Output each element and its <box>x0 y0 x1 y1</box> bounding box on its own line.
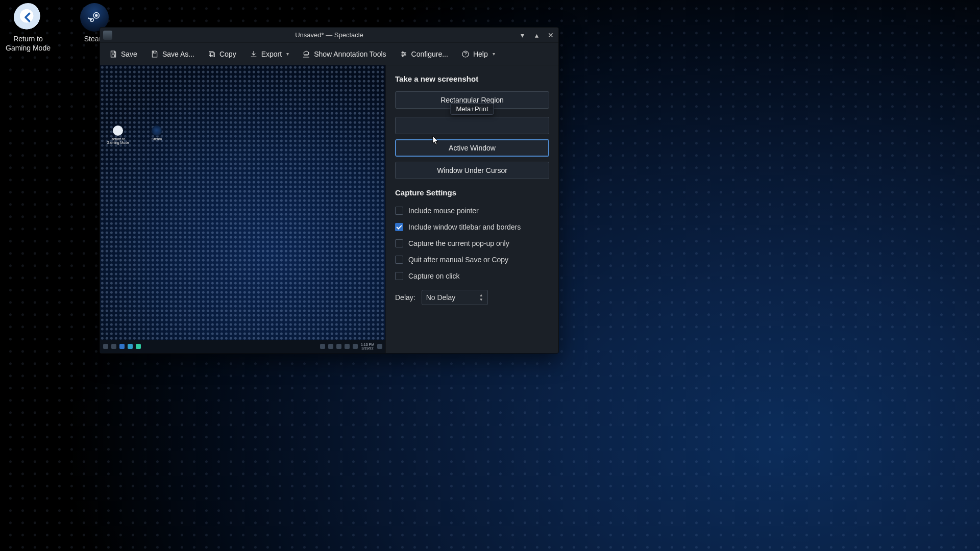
maximize-button[interactable]: ▴ <box>531 30 542 41</box>
export-button[interactable]: Export ▾ <box>243 47 295 61</box>
titlebar[interactable]: Unsaved* — Spectacle ▾ ▴ ✕ <box>100 28 558 43</box>
capture-panel: Take a new screenshot Rectangular Region… <box>386 65 558 353</box>
annotation-icon <box>302 50 310 58</box>
annotation-label: Show Annotation Tools <box>314 50 386 58</box>
taskbar-app-icon <box>119 344 125 349</box>
taskbar-launcher-icon <box>103 344 108 349</box>
window-title: Unsaved* — Spectacle <box>295 31 363 39</box>
mode-window-under-cursor[interactable]: Window Under Cursor <box>395 162 549 179</box>
check-quit-after-save[interactable]: Quit after manual Save or Copy <box>395 254 549 265</box>
delay-spinbox[interactable]: No Delay ▲▼ <box>422 290 488 305</box>
checkbox-label: Include window titlebar and borders <box>408 223 521 231</box>
copy-label: Copy <box>219 50 236 58</box>
check-include-pointer[interactable]: Include mouse pointer <box>395 205 549 216</box>
return-icon <box>14 3 42 32</box>
taskbar-app-icon <box>111 344 116 349</box>
copy-icon <box>208 50 216 58</box>
export-label: Export <box>261 50 282 58</box>
check-capture-on-click[interactable]: Capture on click <box>395 270 549 282</box>
preview-mini-label: Return toGaming Mode <box>107 137 129 144</box>
desktop-icon-return-gaming-mode[interactable]: Return toGaming Mode <box>0 3 56 53</box>
mode-active-window[interactable]: Active Window <box>395 139 549 157</box>
chevron-down-icon: ▾ <box>286 51 289 57</box>
screenshot-preview: Return toGaming Mode Steam <box>100 65 386 353</box>
return-icon <box>113 126 123 136</box>
tray-icon <box>320 344 325 349</box>
tray-icon <box>328 344 333 349</box>
export-icon <box>250 50 258 58</box>
preview-mini-icon: Steam <box>145 126 168 144</box>
tray-icon <box>377 344 382 349</box>
save-icon <box>109 50 117 58</box>
check-include-titlebar[interactable]: Include window titlebar and borders <box>395 221 549 233</box>
save-as-button[interactable]: Save As... <box>144 47 201 61</box>
steam-icon <box>152 126 162 136</box>
configure-label: Configure... <box>411 50 448 58</box>
mode-full-screen[interactable]: Meta+Print <box>395 117 549 134</box>
checkbox-icon <box>395 207 403 215</box>
toolbar: Save Save As... Copy Export ▾ Show Annot… <box>100 43 558 65</box>
section-heading-settings: Capture Settings <box>395 188 549 197</box>
preview-mini-label: Steam <box>152 137 162 141</box>
checkbox-label: Quit after manual Save or Copy <box>408 256 508 264</box>
configure-icon <box>400 50 408 58</box>
help-label: Help <box>473 50 488 58</box>
save-as-label: Save As... <box>162 50 194 58</box>
checkbox-icon <box>395 239 403 247</box>
app-icon <box>103 31 112 40</box>
section-heading-modes: Take a new screenshot <box>395 74 549 83</box>
help-icon <box>461 50 470 58</box>
save-as-icon <box>151 50 159 58</box>
taskbar-app-icon <box>128 344 133 349</box>
tray-icon <box>353 344 358 349</box>
show-annotation-button[interactable]: Show Annotation Tools <box>296 47 392 61</box>
check-popup-only[interactable]: Capture the current pop-up only <box>395 238 549 249</box>
preview-mini-icon: Return toGaming Mode <box>106 126 130 144</box>
close-button[interactable]: ✕ <box>545 30 556 41</box>
checkbox-icon <box>395 272 403 280</box>
save-label: Save <box>121 50 137 58</box>
help-button[interactable]: Help ▾ <box>455 47 501 61</box>
checkbox-label: Include mouse pointer <box>408 207 479 215</box>
desktop-icon-label: Return toGaming Mode <box>6 35 51 53</box>
mode-label: Window Under Cursor <box>437 166 507 174</box>
svg-rect-3 <box>210 53 214 57</box>
tray-icon <box>336 344 341 349</box>
checkbox-icon <box>395 256 403 264</box>
svg-rect-4 <box>209 51 213 55</box>
checkbox-label: Capture the current pop-up only <box>408 239 509 247</box>
tray-icon <box>345 344 350 349</box>
delay-value: No Delay <box>426 293 456 302</box>
spectacle-window: Unsaved* — Spectacle ▾ ▴ ✕ Save Save As.… <box>100 27 559 354</box>
configure-button[interactable]: Configure... <box>394 47 454 61</box>
delay-label: Delay: <box>395 293 415 302</box>
checkbox-label: Capture on click <box>408 272 459 280</box>
copy-button[interactable]: Copy <box>202 47 242 61</box>
preview-taskbar: 1:10 PM3/19/22 <box>100 340 385 353</box>
minimize-button[interactable]: ▾ <box>517 30 528 41</box>
preview-clock: 1:10 PM3/19/22 <box>361 343 374 350</box>
save-button[interactable]: Save <box>103 47 143 61</box>
mode-label: Active Window <box>449 144 496 152</box>
chevron-down-icon: ▾ <box>493 51 495 57</box>
checkbox-icon <box>395 223 403 231</box>
taskbar-app-icon <box>136 344 141 349</box>
svg-point-1 <box>95 14 98 17</box>
shortcut-tooltip: Meta+Print <box>450 103 494 115</box>
spinbox-arrows-icon: ▲▼ <box>477 291 485 304</box>
